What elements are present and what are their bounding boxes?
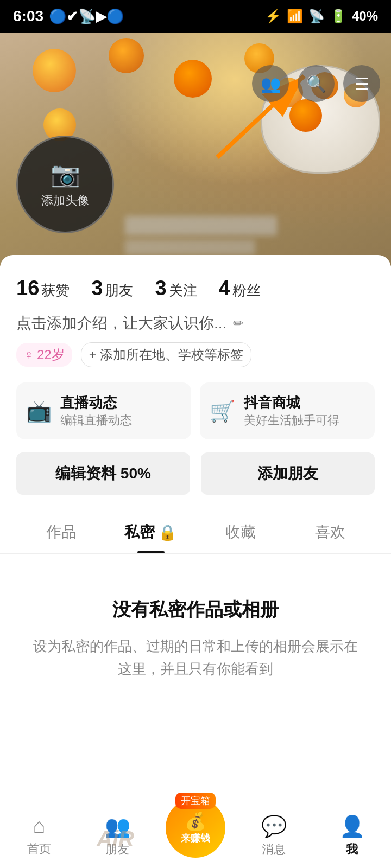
wifi-icon: 📶	[287, 9, 303, 24]
profile-banner: 👥 🔍 ☰ 📷 添加头像	[0, 33, 391, 266]
add-tags-label: + 添加所在地、学校等标签	[89, 346, 244, 363]
gender-tag: ♀ 22岁	[16, 343, 72, 367]
add-avatar-label: 添加头像	[41, 193, 89, 209]
add-avatar-button[interactable]: 📷 添加头像	[16, 136, 114, 233]
messages-label: 消息	[262, 841, 286, 858]
edit-profile-button[interactable]: 编辑资料 50%	[16, 452, 190, 495]
stats-row: 16 获赞 3 朋友 3 关注 4 粉丝	[16, 271, 375, 313]
bluetooth-icon: ⚡	[265, 9, 281, 24]
friends-label: 朋友	[105, 281, 133, 300]
fruit-decoration-3	[174, 60, 212, 98]
friends-icon-button[interactable]: 👥	[252, 65, 289, 102]
bowl-fruit-3	[289, 99, 322, 132]
nav-me[interactable]: 👤 我	[313, 814, 391, 858]
shop-text: 抖音商城 美好生活触手可得	[244, 393, 339, 429]
search-icon: 🔍	[306, 74, 326, 93]
tab-likes-label: 喜欢	[315, 522, 345, 542]
header-icons: 👥 🔍 ☰	[252, 65, 380, 102]
earn-text: 来赚钱	[181, 832, 210, 845]
fruit-decoration-2	[109, 38, 144, 73]
bottom-navigation: ⌂ 首页 👥 朋友 开宝箱 💰 来赚钱 💬 消息 👤 我	[0, 803, 391, 868]
battery-level: 40%	[352, 9, 378, 24]
feature-cards: 📺 直播动态 编辑直播动态 🛒 抖音商城 美好生活触手可得	[16, 382, 375, 439]
action-buttons: 编辑资料 50% 添加朋友	[16, 452, 375, 495]
nav-earn[interactable]: 开宝箱 💰 来赚钱	[156, 798, 235, 858]
tab-works[interactable]: 作品	[16, 511, 106, 553]
shop-card[interactable]: 🛒 抖音商城 美好生活触手可得	[200, 382, 375, 439]
stat-likes[interactable]: 16 获赞	[16, 277, 70, 300]
earn-badge: 开宝箱 💰 来赚钱	[166, 798, 225, 858]
following-label: 关注	[169, 281, 197, 300]
tab-collections-label: 收藏	[225, 522, 256, 542]
age-label: 22岁	[37, 346, 65, 363]
lock-icon: 🔒	[158, 524, 177, 541]
earn-top-badge: 开宝箱	[175, 793, 216, 809]
shop-title: 抖音商城	[244, 393, 339, 412]
friends-nav-label: 朋友	[105, 841, 129, 858]
profile-section: 16 获赞 3 朋友 3 关注 4 粉丝 点击添加介绍，让大家认识你... ✏ …	[0, 255, 391, 554]
gender-icon: ♀	[24, 347, 34, 362]
status-left: 6:03 🔵✔📡▶🔵	[13, 8, 124, 25]
live-broadcast-text: 直播动态 编辑直播动态	[60, 393, 132, 429]
menu-button[interactable]: ☰	[343, 65, 380, 102]
empty-title: 没有私密作品或相册	[33, 597, 358, 622]
shop-subtitle: 美好生活触手可得	[244, 412, 339, 429]
search-button[interactable]: 🔍	[298, 65, 335, 102]
tags-row: ♀ 22岁 + 添加所在地、学校等标签	[16, 342, 375, 382]
me-label: 我	[346, 841, 358, 858]
following-count: 3	[155, 277, 166, 300]
bio-row[interactable]: 点击添加介绍，让大家认识你... ✏	[16, 313, 375, 342]
nav-messages[interactable]: 💬 消息	[235, 814, 313, 858]
likes-label: 获赞	[41, 281, 70, 300]
signal-icon: 📡	[308, 9, 325, 24]
nav-home[interactable]: ⌂ 首页	[0, 814, 78, 857]
empty-description: 设为私密的作品、过期的日常和上传的相册会展示在这里，并且只有你能看到	[33, 635, 358, 680]
friends-icon: 👥	[261, 74, 281, 93]
username-blurred	[125, 216, 277, 235]
likes-count: 16	[16, 277, 39, 300]
username-area	[125, 216, 277, 255]
status-time: 6:03	[13, 8, 43, 25]
stat-friends[interactable]: 3 朋友	[91, 277, 133, 300]
fruit-decoration-1	[33, 49, 76, 92]
home-label: 首页	[27, 841, 51, 857]
stat-following[interactable]: 3 关注	[155, 277, 197, 300]
me-icon: 👤	[339, 814, 365, 838]
camera-icon: 📷	[51, 160, 80, 188]
tab-private[interactable]: 私密 🔒	[106, 511, 195, 553]
live-broadcast-title: 直播动态	[60, 393, 132, 412]
fans-label: 粉丝	[232, 281, 261, 300]
notification-icons: 🔵✔📡▶🔵	[49, 8, 124, 25]
avatar-area: 📷 添加头像	[16, 136, 114, 233]
live-broadcast-card[interactable]: 📺 直播动态 编辑直播动态	[16, 382, 191, 439]
battery-icon: 🔋	[330, 9, 346, 24]
empty-state: 没有私密作品或相册 设为私密的作品、过期的日常和上传的相册会展示在这里，并且只有…	[0, 554, 391, 825]
friends-count: 3	[91, 277, 103, 300]
nav-friends[interactable]: 👥 朋友	[78, 814, 156, 858]
add-tags-button[interactable]: + 添加所在地、学校等标签	[81, 342, 252, 367]
friends-nav-icon: 👥	[105, 814, 130, 838]
home-icon: ⌂	[33, 814, 46, 838]
tab-collections[interactable]: 收藏	[195, 511, 285, 553]
tab-private-label: 私密	[124, 522, 155, 542]
live-broadcast-subtitle: 编辑直播动态	[60, 412, 132, 429]
hamburger-icon: ☰	[355, 74, 369, 93]
bio-placeholder: 点击添加介绍，让大家认识你...	[16, 313, 226, 334]
cart-icon: 🛒	[210, 399, 235, 423]
earn-icon: 💰	[185, 811, 206, 832]
stat-fans[interactable]: 4 粉丝	[219, 277, 261, 300]
message-icon: 💬	[261, 814, 287, 838]
bio-edit-icon: ✏	[233, 316, 244, 331]
status-bar: 6:03 🔵✔📡▶🔵 ⚡ 📶 📡 🔋 40%	[0, 0, 391, 33]
userid-blurred	[125, 240, 255, 255]
tab-likes[interactable]: 喜欢	[285, 511, 375, 553]
tabs-row: 作品 私密 🔒 收藏 喜欢	[0, 511, 391, 554]
status-right: ⚡ 📶 📡 🔋 40%	[265, 9, 378, 24]
tv-icon: 📺	[26, 399, 52, 423]
fans-count: 4	[219, 277, 230, 300]
tab-works-label: 作品	[46, 522, 77, 542]
add-friend-button[interactable]: 添加朋友	[201, 452, 375, 495]
